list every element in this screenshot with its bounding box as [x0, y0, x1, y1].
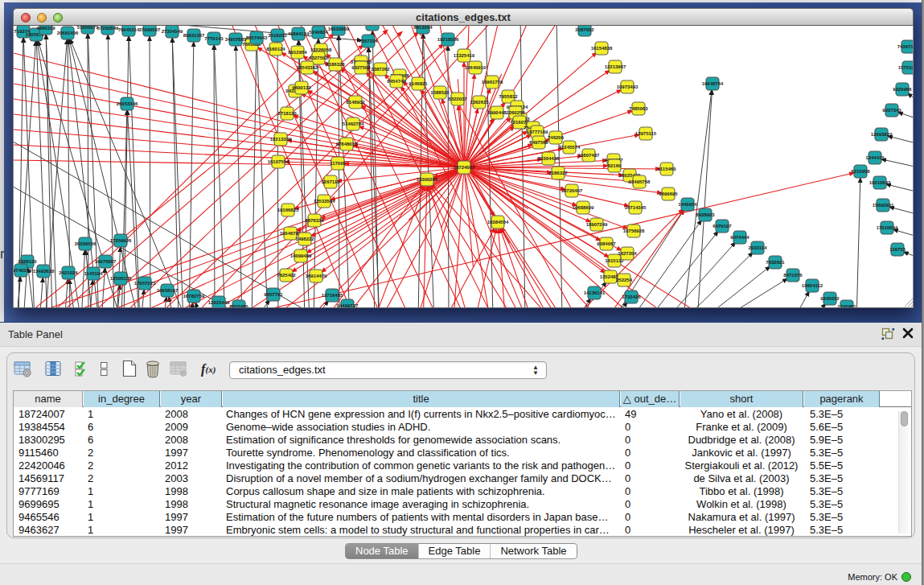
- svg-text:16154838: 16154838: [591, 46, 613, 51]
- svg-text:97848018: 97848018: [336, 142, 358, 146]
- svg-text:16961758: 16961758: [482, 80, 503, 84]
- svg-text:6479197: 6479197: [713, 224, 732, 229]
- svg-text:1498222: 1498222: [295, 237, 314, 241]
- svg-text:1745961: 1745961: [837, 304, 856, 308]
- svg-text:3267110: 3267110: [321, 179, 340, 184]
- svg-text:2186322: 2186322: [548, 171, 568, 175]
- svg-text:12093822: 12093822: [871, 132, 893, 137]
- svg-text:9327506: 9327506: [351, 65, 371, 70]
- svg-text:12505135: 12505135: [110, 276, 132, 281]
- svg-text:13493618: 13493618: [33, 269, 55, 274]
- svg-text:12213967: 12213967: [605, 64, 626, 69]
- svg-text:27354549: 27354549: [162, 29, 183, 34]
- svg-text:13716485: 13716485: [322, 293, 343, 298]
- svg-text:2260256: 2260256: [506, 110, 525, 115]
- svg-text:746206: 746206: [548, 135, 565, 140]
- svg-text:2087652: 2087652: [575, 27, 594, 32]
- svg-text:76945314: 76945314: [118, 27, 140, 32]
- svg-text:20053346: 20053346: [117, 101, 138, 106]
- svg-text:17010604: 17010604: [877, 225, 898, 230]
- svg-text:8148932: 8148932: [346, 100, 365, 105]
- svg-text:6497568: 6497568: [529, 140, 548, 145]
- svg-text:8454749: 8454749: [387, 79, 406, 84]
- svg-text:8322037: 8322037: [448, 97, 467, 101]
- svg-text:16914479: 16914479: [306, 274, 327, 278]
- svg-text:9474444: 9474444: [730, 235, 749, 240]
- svg-text:12975115: 12975115: [635, 131, 657, 136]
- svg-text:10973493: 10973493: [617, 84, 639, 89]
- svg-text:116753: 116753: [889, 247, 906, 252]
- svg-text:9245052: 9245052: [820, 296, 840, 301]
- svg-text:(x): (x): [206, 365, 216, 375]
- svg-text:1362615: 1362615: [470, 100, 489, 105]
- svg-text:9657791: 9657791: [264, 292, 283, 297]
- svg-text:34714345: 34714345: [625, 205, 647, 210]
- svg-text:20206556: 20206556: [75, 241, 97, 246]
- svg-text:8878334: 8878334: [305, 218, 324, 223]
- svg-text:8160124: 8160124: [266, 47, 285, 51]
- svg-text:9600133: 9600133: [292, 85, 311, 90]
- svg-text:7770143: 7770143: [204, 36, 224, 41]
- svg-text:9699695: 9699695: [659, 192, 678, 196]
- svg-text:1627204: 1627204: [618, 251, 637, 256]
- svg-text:51850671: 51850671: [77, 26, 99, 30]
- svg-text:9146821: 9146821: [409, 81, 428, 86]
- svg-text:0932480: 0932480: [229, 304, 248, 308]
- svg-text:2933114: 2933114: [748, 245, 767, 250]
- svg-text:14099489: 14099489: [290, 253, 312, 258]
- svg-text:14136141: 14136141: [584, 290, 606, 295]
- svg-text:19384554: 19384554: [487, 220, 509, 225]
- svg-text:7955812: 7955812: [499, 94, 518, 99]
- svg-text:17359926: 17359926: [110, 238, 132, 243]
- svg-text:3518233: 3518233: [268, 33, 287, 38]
- svg-text:9084067: 9084067: [597, 241, 616, 246]
- svg-text:10654112: 10654112: [802, 283, 823, 288]
- svg-text:8471676: 8471676: [783, 273, 803, 278]
- svg-text:4966319: 4966319: [36, 26, 55, 31]
- svg-text:3387262: 3387262: [371, 67, 390, 72]
- svg-text:18724007: 18724007: [454, 165, 475, 170]
- svg-text:18907249: 18907249: [586, 222, 608, 227]
- svg-text:8938923: 8938923: [696, 212, 715, 217]
- svg-text:34957885: 34957885: [225, 37, 247, 42]
- svg-text:57262849: 57262849: [97, 26, 119, 31]
- svg-text:04499727: 04499727: [337, 303, 359, 308]
- svg-text:10648764: 10648764: [702, 81, 724, 86]
- svg-text:1588520: 1588520: [430, 90, 450, 95]
- svg-text:77752047: 77752047: [362, 26, 384, 27]
- svg-text:9329966: 9329966: [893, 87, 912, 92]
- svg-text:12213339: 12213339: [270, 137, 292, 142]
- svg-text:15720407: 15720407: [561, 188, 583, 193]
- svg-text:5240824: 5240824: [309, 30, 328, 35]
- svg-text:2421024: 2421024: [59, 270, 78, 275]
- svg-text:19975867: 19975867: [95, 259, 117, 264]
- svg-text:9327503: 9327503: [309, 56, 328, 60]
- svg-text:1145194: 1145194: [84, 271, 103, 276]
- svg-text:7632621: 7632621: [766, 260, 785, 265]
- svg-text:74367136: 74367136: [897, 44, 914, 49]
- svg-text:7357224: 7357224: [359, 39, 378, 43]
- svg-text:17957223: 17957223: [134, 281, 156, 286]
- svg-text:19777169: 19777169: [527, 130, 548, 134]
- svg-text:37996507: 37996507: [139, 27, 161, 32]
- svg-text:16782759: 16782759: [183, 294, 205, 299]
- svg-text:7625402: 7625402: [277, 273, 296, 278]
- svg-text:16033809: 16033809: [328, 27, 350, 31]
- svg-text:18300295: 18300295: [417, 177, 438, 182]
- svg-text:20364436: 20364436: [538, 156, 560, 161]
- svg-text:8186328: 8186328: [326, 62, 345, 67]
- svg-text:51462704: 51462704: [343, 122, 364, 126]
- svg-text:10958167: 10958167: [157, 288, 179, 293]
- svg-text:12923446: 12923446: [208, 300, 230, 305]
- svg-text:11325419: 11325419: [454, 53, 475, 58]
- svg-text:16107554: 16107554: [268, 159, 290, 164]
- svg-text:2328120: 2328120: [18, 259, 37, 264]
- svg-text:9115460: 9115460: [657, 167, 676, 171]
- svg-text:62160: 62160: [608, 163, 622, 168]
- svg-text:20691406: 20691406: [57, 31, 79, 35]
- svg-text:10807487: 10807487: [578, 153, 600, 158]
- svg-text:85574443: 85574443: [246, 35, 268, 40]
- svg-text:8813054: 8813054: [413, 26, 433, 30]
- svg-text:13533594: 13533594: [314, 199, 335, 204]
- svg-text:10756928: 10756928: [623, 229, 645, 233]
